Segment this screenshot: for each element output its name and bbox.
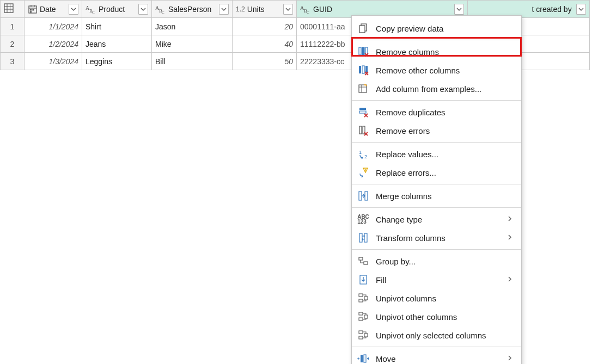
menu-replace-values[interactable]: 12 Replace values... bbox=[352, 145, 521, 163]
menu-replace-errors[interactable]: Replace errors... bbox=[352, 163, 521, 182]
remove-other-columns-icon bbox=[357, 64, 369, 76]
menu-separator bbox=[352, 249, 521, 250]
svg-rect-47 bbox=[359, 192, 362, 200]
menu-separator bbox=[352, 142, 521, 143]
column-name: t created by bbox=[532, 5, 575, 14]
svg-rect-50 bbox=[364, 233, 367, 242]
column-header-date[interactable]: Date bbox=[25, 1, 82, 18]
copy-icon bbox=[357, 22, 369, 34]
column-filter-product[interactable] bbox=[138, 4, 148, 15]
menu-remove-columns[interactable]: Remove columns bbox=[352, 42, 521, 61]
menu-transform-columns[interactable]: Transform columns bbox=[352, 229, 521, 247]
cell-date[interactable]: 1/2/2024 bbox=[25, 35, 82, 53]
svg-rect-59 bbox=[364, 315, 368, 318]
number-type-icon: 1.2 bbox=[236, 5, 245, 13]
menu-separator bbox=[352, 40, 521, 40]
cell-salesperson[interactable]: Bill bbox=[152, 53, 233, 70]
column-name: SalesPerson bbox=[168, 5, 217, 14]
cell-created-by[interactable] bbox=[529, 35, 590, 53]
column-filter-created-by[interactable] bbox=[576, 4, 586, 15]
unpivot-other-icon bbox=[357, 311, 369, 323]
svg-rect-9 bbox=[30, 9, 32, 11]
menu-unpivot-columns[interactable]: Unpivot columns bbox=[352, 289, 521, 307]
column-name: Date bbox=[40, 5, 66, 14]
svg-text:C: C bbox=[307, 10, 309, 14]
svg-rect-22 bbox=[359, 26, 365, 33]
svg-rect-55 bbox=[359, 299, 363, 302]
svg-rect-49 bbox=[359, 233, 362, 242]
menu-move[interactable]: Move bbox=[352, 349, 521, 364]
svg-rect-57 bbox=[359, 312, 363, 315]
cell-units[interactable]: 20 bbox=[233, 18, 297, 35]
chevron-right-icon bbox=[507, 215, 515, 224]
menu-unpivot-other-columns[interactable]: Unpivot other columns bbox=[352, 307, 521, 326]
svg-text:C: C bbox=[92, 10, 95, 14]
cell-units[interactable]: 50 bbox=[233, 53, 297, 70]
column-header-salesperson[interactable]: ABC SalesPerson bbox=[152, 1, 233, 18]
svg-rect-51 bbox=[359, 257, 363, 260]
column-name: Units bbox=[247, 5, 281, 14]
text-type-icon: ABC bbox=[86, 4, 96, 14]
cell-product[interactable]: Leggins bbox=[82, 53, 152, 70]
chevron-right-icon bbox=[507, 354, 515, 363]
menu-group-by[interactable]: Group by... bbox=[352, 252, 521, 270]
menu-remove-other-columns[interactable]: Remove other columns bbox=[352, 61, 521, 79]
cell-created-by[interactable] bbox=[529, 53, 590, 70]
unpivot-selected-icon bbox=[357, 329, 369, 341]
svg-rect-63 bbox=[361, 355, 363, 362]
column-name: GUID bbox=[313, 5, 452, 14]
menu-merge-columns[interactable]: Merge columns bbox=[352, 187, 521, 205]
chevron-right-icon bbox=[507, 275, 515, 284]
move-icon bbox=[357, 353, 369, 364]
row-number: 1 bbox=[1, 18, 25, 35]
svg-rect-10 bbox=[33, 9, 34, 11]
unpivot-icon bbox=[357, 292, 369, 304]
remove-columns-icon bbox=[357, 46, 369, 58]
cell-salesperson[interactable]: Jason bbox=[152, 18, 233, 35]
menu-separator bbox=[352, 100, 521, 101]
add-column-examples-icon bbox=[357, 83, 369, 95]
remove-duplicates-icon bbox=[357, 106, 369, 118]
menu-unpivot-selected-columns[interactable]: Unpivot only selected columns bbox=[352, 326, 521, 344]
table-corner[interactable] bbox=[1, 1, 25, 18]
column-filter-date[interactable] bbox=[69, 4, 78, 15]
menu-separator bbox=[352, 347, 521, 347]
cell-product[interactable]: Shirt bbox=[82, 18, 152, 35]
svg-rect-52 bbox=[364, 262, 368, 264]
cell-units[interactable]: 40 bbox=[233, 35, 297, 53]
menu-remove-errors[interactable]: Remove errors bbox=[352, 121, 521, 140]
svg-rect-33 bbox=[359, 85, 367, 92]
group-by-icon bbox=[357, 255, 369, 267]
chevron-right-icon bbox=[507, 233, 515, 242]
column-header-created-by[interactable]: t created by bbox=[529, 1, 590, 18]
column-filter-units[interactable] bbox=[283, 4, 293, 15]
menu-remove-duplicates[interactable]: Remove duplicates bbox=[352, 103, 521, 121]
cell-date[interactable]: 1/3/2024 bbox=[25, 53, 82, 70]
menu-add-column-examples[interactable]: Add column from examples... bbox=[352, 79, 521, 98]
cell-salesperson[interactable]: Mike bbox=[152, 35, 233, 53]
date-type-icon bbox=[28, 4, 38, 14]
svg-rect-37 bbox=[359, 111, 366, 113]
menu-change-type[interactable]: ABC123 Change type bbox=[352, 210, 521, 229]
column-filter-guid[interactable] bbox=[454, 4, 464, 15]
cell-created-by[interactable] bbox=[529, 18, 590, 35]
context-menu: Copy preview data Remove columns Remove … bbox=[351, 15, 522, 364]
transform-columns-icon bbox=[357, 232, 369, 244]
menu-copy-preview[interactable]: Copy preview data bbox=[352, 19, 521, 38]
svg-rect-54 bbox=[359, 294, 363, 297]
svg-rect-60 bbox=[359, 331, 363, 334]
menu-fill[interactable]: Fill bbox=[352, 270, 521, 289]
menu-separator bbox=[352, 184, 521, 184]
column-filter-salesperson[interactable] bbox=[219, 4, 229, 15]
column-header-units[interactable]: 1.2 Units bbox=[233, 1, 297, 18]
cell-date[interactable]: 1/1/2024 bbox=[25, 18, 82, 35]
svg-rect-23 bbox=[359, 47, 361, 55]
change-type-icon: ABC123 bbox=[357, 213, 369, 225]
svg-rect-29 bbox=[362, 66, 364, 73]
svg-rect-64 bbox=[364, 355, 366, 362]
replace-values-icon: 12 bbox=[357, 148, 369, 160]
svg-rect-0 bbox=[4, 4, 13, 13]
column-header-product[interactable]: ABC Product bbox=[82, 1, 152, 18]
table-icon bbox=[4, 3, 14, 13]
cell-product[interactable]: Jeans bbox=[82, 35, 152, 53]
